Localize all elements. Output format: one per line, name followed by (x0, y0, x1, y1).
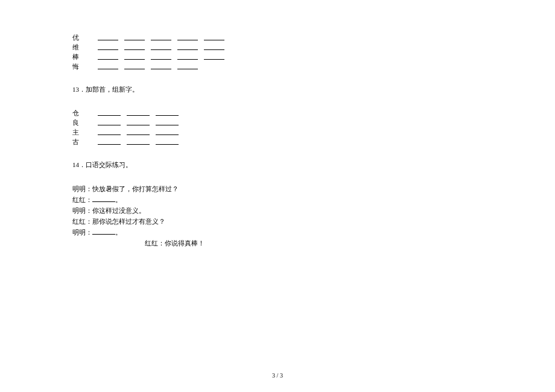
q14-dialog: 明明：快放暑假了，你打算怎样过？ 红红：。 明明：你这样过没意义。 红红：那你说… (72, 184, 483, 248)
page-footer: 3 / 3 (0, 372, 555, 379)
fill-blank[interactable] (98, 45, 118, 50)
fill-blank[interactable] (204, 35, 224, 40)
q13-title: 13．加部首，组新字。 (72, 85, 483, 94)
fill-blank[interactable] (156, 130, 179, 135)
q12-char-list: 优 维 棒 悔 (72, 33, 483, 71)
fill-blank[interactable] (124, 54, 145, 60)
char-row: 维 (72, 43, 483, 51)
dialog-line: 明明：快放暑假了，你打算怎样过？ (72, 184, 483, 194)
speaker-label: 明明： (72, 207, 92, 214)
fill-blank[interactable] (177, 64, 198, 69)
fill-blank[interactable] (177, 35, 198, 40)
dialog-text: 你这样过没意义。 (92, 207, 145, 214)
page-total: 3 (280, 372, 283, 379)
char-label: 仓 (72, 109, 81, 118)
char-label: 良 (72, 118, 81, 127)
char-label: 悔 (72, 62, 81, 71)
fill-blank[interactable] (156, 139, 179, 145)
dialog-suffix: 。 (115, 229, 122, 236)
fill-blank[interactable] (156, 110, 179, 116)
dialog-suffix: 。 (115, 196, 122, 203)
page-sep: / (275, 372, 280, 379)
char-row: 古 (72, 138, 483, 146)
char-row: 主 (72, 128, 483, 136)
dialog-text: 那你说怎样过才有意义？ (92, 218, 165, 225)
fill-blank[interactable] (177, 54, 198, 60)
fill-blank[interactable] (127, 139, 150, 145)
char-label: 古 (72, 138, 81, 147)
dialog-line: 明明：你这样过没意义。 (72, 206, 483, 215)
q14-title: 14．口语交际练习。 (72, 160, 483, 169)
fill-blank[interactable] (127, 120, 150, 125)
speaker-label: 红红： (72, 196, 92, 203)
fill-blank[interactable] (98, 64, 118, 69)
fill-blank[interactable] (124, 64, 145, 69)
dialog-line: 红红：。 (72, 195, 483, 204)
document-page: 优 维 棒 悔 (0, 0, 555, 248)
dialog-line: 明明：。 (72, 227, 483, 237)
fill-blank[interactable] (151, 54, 171, 60)
char-row: 棒 (72, 52, 483, 61)
char-row: 良 (72, 118, 483, 127)
fill-blank[interactable] (98, 110, 121, 116)
fill-blank[interactable] (151, 35, 171, 40)
dialog-text: 你说得真棒！ (165, 239, 205, 247)
fill-blank[interactable] (151, 45, 171, 50)
dialog-line: 红红：那你说怎样过才有意义？ (72, 217, 483, 226)
char-label: 维 (72, 43, 81, 52)
fill-blank[interactable] (98, 54, 118, 60)
speaker-label: 明明： (72, 185, 92, 192)
fill-blank[interactable] (92, 197, 115, 202)
fill-blank[interactable] (151, 64, 171, 69)
fill-blank[interactable] (177, 45, 198, 50)
fill-blank[interactable] (127, 130, 150, 135)
fill-blank[interactable] (98, 120, 121, 125)
char-row: 悔 (72, 62, 483, 71)
q13-char-list: 仓 良 主 古 (72, 109, 483, 146)
fill-blank[interactable] (156, 120, 179, 125)
char-label: 主 (72, 128, 81, 137)
speaker-label: 明明： (72, 229, 92, 236)
char-label: 棒 (72, 52, 81, 62)
fill-blank[interactable] (98, 35, 118, 40)
char-row: 仓 (72, 109, 483, 117)
char-label: 优 (72, 33, 81, 42)
fill-blank[interactable] (204, 45, 224, 50)
speaker-label: 红红： (72, 218, 92, 225)
fill-blank[interactable] (204, 54, 224, 60)
dialog-line-final: 红红：你说得真棒！ (145, 238, 483, 248)
fill-blank[interactable] (92, 229, 115, 235)
char-row: 优 (72, 33, 483, 42)
fill-blank[interactable] (124, 35, 145, 40)
fill-blank[interactable] (124, 45, 145, 50)
fill-blank[interactable] (98, 130, 121, 135)
fill-blank[interactable] (127, 110, 150, 116)
dialog-text: 快放暑假了，你打算怎样过？ (92, 185, 179, 192)
fill-blank[interactable] (98, 139, 121, 145)
speaker-label: 红红： (145, 239, 165, 247)
